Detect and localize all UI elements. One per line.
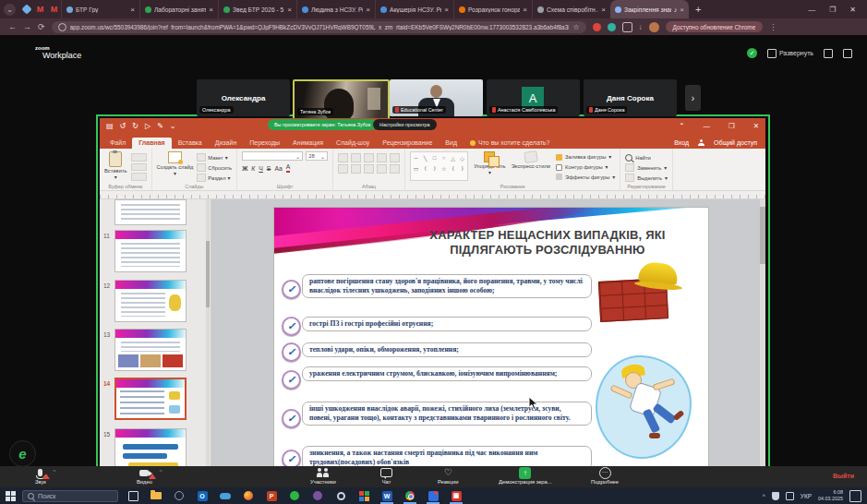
reload-icon[interactable]: ⟳ xyxy=(38,22,45,31)
whatsapp-icon[interactable] xyxy=(286,488,303,503)
tab-close-icon[interactable]: × xyxy=(209,6,213,14)
gmail-pinned-tab[interactable]: M xyxy=(47,2,61,17)
pen-icon[interactable]: ✎ xyxy=(157,122,163,130)
bold-button[interactable]: Ж xyxy=(242,165,247,172)
undo-icon[interactable]: ↺ xyxy=(120,122,126,130)
columns-button[interactable] xyxy=(390,164,400,174)
find-button[interactable]: Найти xyxy=(625,153,668,162)
slide-thumbnail[interactable] xyxy=(114,329,187,371)
share-screen-button[interactable]: ↑ Демонстрация экра... xyxy=(499,467,552,485)
slide-thumbnail[interactable] xyxy=(114,428,187,471)
pan el-scrollbar-thumb[interactable] xyxy=(206,241,210,307)
browser-tab[interactable]: БТР Гру× xyxy=(61,0,139,18)
tab-view[interactable]: Вид xyxy=(439,138,464,149)
slide-thumbnail[interactable] xyxy=(114,280,187,322)
address-bar[interactable]: app.zoom.us/wc/5503943986/join?ref_from=… xyxy=(52,21,586,33)
extension-icon[interactable] xyxy=(608,23,616,31)
powerpoint-icon[interactable]: P xyxy=(263,488,280,503)
security-shield-icon[interactable] xyxy=(772,492,779,500)
participant-tile[interactable]: Educational Center xyxy=(390,79,483,116)
quick-styles-button[interactable]: Экспресс-стили xyxy=(512,151,550,181)
fullscreen-icon[interactable] xyxy=(843,49,852,58)
browser-tab[interactable]: Схема співробітн…× xyxy=(532,0,610,18)
viber-icon[interactable] xyxy=(309,488,326,503)
section-button[interactable]: Раздел▾ xyxy=(197,174,232,182)
copy-button[interactable] xyxy=(131,163,147,172)
more-button[interactable]: ⋯ Подробнее xyxy=(591,467,619,485)
font-size-select[interactable]: 28⌄ xyxy=(306,151,328,161)
window-close-button[interactable]: ✕ xyxy=(849,6,856,14)
increase-indent-button[interactable] xyxy=(377,153,387,162)
new-tab-button[interactable]: + xyxy=(695,4,701,15)
expand-view-button[interactable]: Развернуть xyxy=(767,49,813,58)
tab-audio-icon[interactable]: ♪ xyxy=(674,6,678,13)
tell-me-box[interactable]: Что вы хотите сделать? xyxy=(470,139,549,149)
redo-icon[interactable]: ↻ xyxy=(132,122,138,130)
participant-tile-active-speaker[interactable]: Тетяна Зубок xyxy=(293,79,390,120)
select-button[interactable]: Выделить▾ xyxy=(625,174,668,182)
format-painter-button[interactable] xyxy=(131,173,147,181)
taskbar-clock[interactable]: 6:08 04.03.2025 xyxy=(818,489,843,502)
tab-animations[interactable]: Анимация xyxy=(286,138,330,149)
gallery-view-icon[interactable] xyxy=(824,49,833,58)
tab-close-icon[interactable]: × xyxy=(444,6,449,14)
ppt-restore-button[interactable]: ❐ xyxy=(729,122,735,130)
self-view-avatar[interactable]: e xyxy=(9,440,36,467)
browser-tab[interactable]: Лабораторні занят…× xyxy=(139,0,218,18)
align-center-button[interactable] xyxy=(351,164,361,174)
layout-button[interactable]: Макет▾ xyxy=(197,153,232,162)
shape-fill-button[interactable]: Заливка фигуры▾ xyxy=(556,153,615,162)
numbering-button[interactable] xyxy=(351,153,361,162)
word-icon[interactable]: W xyxy=(379,488,395,503)
paste-button[interactable]: Вставить ▾ xyxy=(104,151,127,181)
connect-app-icon[interactable] xyxy=(171,488,187,503)
notification-center-icon[interactable] xyxy=(849,490,861,502)
shape-effects-button[interactable]: Эффекты фигуры▾ xyxy=(556,173,615,181)
extension-icon[interactable] xyxy=(622,22,632,32)
video-button[interactable]: ^ Видео xyxy=(137,467,152,485)
photos-icon[interactable] xyxy=(425,488,441,503)
outlook-icon[interactable]: O xyxy=(194,488,211,503)
font-name-select[interactable]: ⌄ xyxy=(242,151,303,161)
participant-tile[interactable]: Олександра Олександра xyxy=(197,79,290,116)
participants-button[interactable]: Участники xyxy=(310,467,336,485)
file-explorer-icon[interactable] xyxy=(148,488,164,503)
firefox-icon[interactable] xyxy=(240,488,257,503)
change-case-button[interactable]: Аа xyxy=(274,165,282,172)
tab-review[interactable]: Рецензирование xyxy=(376,138,439,149)
sign-in-button[interactable]: Вход xyxy=(674,139,689,146)
participant-tile[interactable]: Даня Сорока Даня Сорока xyxy=(584,79,677,116)
next-participants-button[interactable]: › xyxy=(685,85,701,111)
chrome-update-pill[interactable]: Доступно обновление Chrome xyxy=(666,21,764,32)
decrease-indent-button[interactable] xyxy=(364,153,374,162)
slideshow-icon[interactable]: ▷ xyxy=(145,122,151,130)
sound-icon[interactable] xyxy=(786,492,794,500)
tab-close-icon[interactable]: × xyxy=(523,6,527,14)
tab-close-icon[interactable]: × xyxy=(601,6,606,14)
reactions-button[interactable]: ♡ Реакции xyxy=(438,467,458,485)
site-info-icon[interactable] xyxy=(58,23,66,31)
underline-button[interactable]: Ч xyxy=(259,165,263,172)
browser-tab-active[interactable]: Закріплення знань…♪× xyxy=(610,0,689,18)
browser-tab[interactable]: Людина з НСЗУ. Рейд…× xyxy=(296,0,375,18)
extension-icon[interactable] xyxy=(593,23,601,31)
task-view-button[interactable] xyxy=(125,488,141,503)
leave-meeting-button[interactable]: Выйти xyxy=(833,473,854,479)
align-right-button[interactable] xyxy=(364,164,374,174)
start-button[interactable] xyxy=(6,491,16,501)
language-indicator[interactable]: УКР xyxy=(801,493,812,499)
tab-home[interactable]: Главная xyxy=(132,138,171,149)
ppt-minimize-button[interactable]: — xyxy=(703,122,710,130)
new-slide-button[interactable]: Создать слайд ▾ xyxy=(157,151,194,181)
chrome-icon[interactable] xyxy=(402,488,418,503)
taskbar-search[interactable]: Поиск xyxy=(22,490,118,502)
tab-transitions[interactable]: Переходы xyxy=(243,138,286,149)
zoom-app-icon[interactable]: ▣ xyxy=(448,488,464,503)
participant-tile[interactable]: A Анастасія Самболевська xyxy=(487,79,580,116)
window-minimize-button[interactable]: — xyxy=(808,6,815,14)
line-spacing-button[interactable] xyxy=(390,153,400,162)
profile-avatar[interactable] xyxy=(649,22,659,32)
browser-tab[interactable]: Акушерія НСЗУ. Рейд…× xyxy=(375,0,453,18)
arrange-button[interactable]: Упорядочить ▾ xyxy=(474,151,506,181)
tab-search-button[interactable]: ⌄ xyxy=(4,4,16,16)
